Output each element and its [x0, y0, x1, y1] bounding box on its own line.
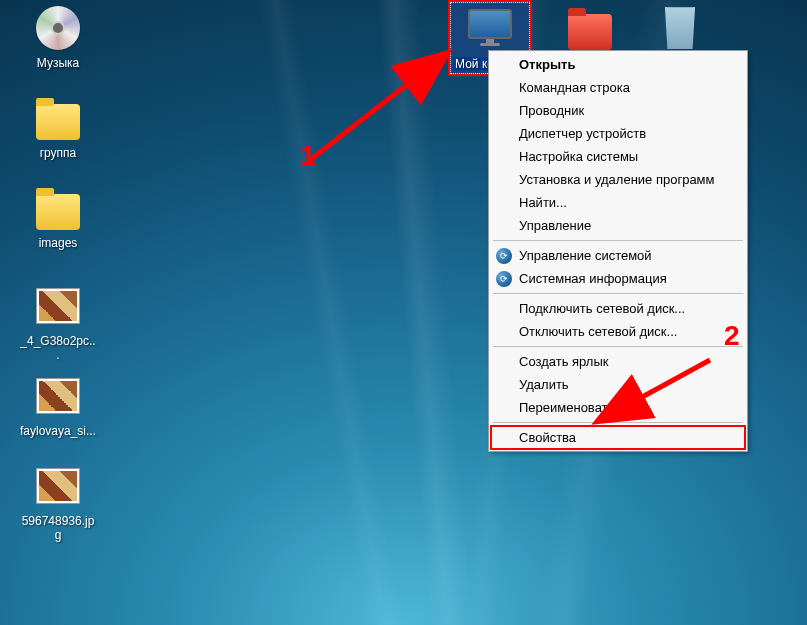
menu-item-label: Создать ярлык [519, 354, 608, 369]
menu-item-label: Удалить [519, 377, 569, 392]
image-icon [34, 462, 82, 510]
menu-item-label: Установка и удаление программ [519, 172, 715, 187]
menu-item-label: Найти... [519, 195, 567, 210]
menu-item-label: Отключить сетевой диск... [519, 324, 677, 339]
recycle-bin-icon [656, 4, 704, 52]
menu-item-label: Свойства [519, 430, 576, 445]
menu-item[interactable]: Проводник [491, 99, 745, 122]
image-icon [34, 282, 82, 330]
folder-icon [566, 4, 614, 52]
menu-item-label: Командная строка [519, 80, 630, 95]
menu-item-label: Управление [519, 218, 591, 233]
desktop-icon-img2[interactable]: faylovaya_si... [18, 370, 98, 440]
desktop-icon-images[interactable]: images [18, 182, 98, 252]
desktop-icon-img1[interactable]: _4_G38o2pc... [18, 280, 98, 365]
menu-item-label: Проводник [519, 103, 584, 118]
menu-item[interactable]: Открыть [491, 53, 745, 76]
context-menu: ОткрытьКомандная строкаПроводникДиспетче… [488, 50, 748, 452]
menu-separator [493, 293, 743, 294]
menu-item[interactable]: Диспетчер устройств [491, 122, 745, 145]
menu-item[interactable]: Управление [491, 214, 745, 237]
svg-line-1 [310, 55, 445, 160]
menu-item-label: Системная информация [519, 271, 667, 286]
icon-label: _4_G38o2pc... [19, 334, 97, 363]
menu-separator [493, 240, 743, 241]
icon-label: Музыка [37, 56, 79, 70]
menu-item[interactable]: ⟳Системная информация [491, 267, 745, 290]
menu-item-label: Настройка системы [519, 149, 638, 164]
menu-item[interactable]: Свойства [491, 426, 745, 449]
menu-item[interactable]: Командная строка [491, 76, 745, 99]
menu-item-label: Диспетчер устройств [519, 126, 646, 141]
menu-item[interactable]: Отключить сетевой диск... [491, 320, 745, 343]
computer-icon [466, 5, 514, 53]
menu-item[interactable]: Настройка системы [491, 145, 745, 168]
folder-icon [34, 94, 82, 142]
desktop-icon-music[interactable]: Музыка [18, 2, 98, 72]
menu-separator [493, 422, 743, 423]
menu-item[interactable]: Создать ярлык [491, 350, 745, 373]
system-icon: ⟳ [496, 248, 512, 264]
desktop-icon-group[interactable]: группа [18, 92, 98, 162]
image-icon [34, 372, 82, 420]
menu-item[interactable]: Установка и удаление программ [491, 168, 745, 191]
menu-item[interactable]: Удалить [491, 373, 745, 396]
icon-label: 596748936.jpg [19, 514, 97, 543]
cd-icon [34, 4, 82, 52]
annotation-1: 1 [300, 140, 316, 172]
menu-item-label: Переименовать [519, 400, 614, 415]
menu-item[interactable]: ⟳Управление системой [491, 244, 745, 267]
icon-label: images [39, 236, 78, 250]
menu-item[interactable]: Найти... [491, 191, 745, 214]
icon-label: faylovaya_si... [20, 424, 96, 438]
folder-icon [34, 184, 82, 232]
menu-separator [493, 346, 743, 347]
menu-item-label: Управление системой [519, 248, 652, 263]
menu-item[interactable]: Подключить сетевой диск... [491, 297, 745, 320]
system-icon: ⟳ [496, 271, 512, 287]
menu-item-label: Подключить сетевой диск... [519, 301, 685, 316]
menu-item-label: Открыть [519, 57, 575, 72]
desktop-icon-img3[interactable]: 596748936.jpg [18, 460, 98, 545]
menu-item[interactable]: Переименовать [491, 396, 745, 419]
icon-label: группа [40, 146, 77, 160]
